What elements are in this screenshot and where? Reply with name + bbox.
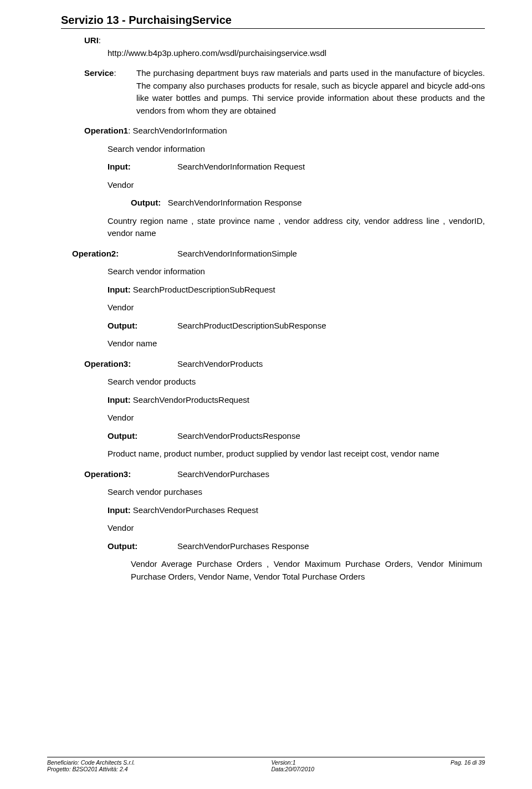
document-page: Servizio 13 - PurchaisingService URI: ht…	[0, 0, 532, 789]
op1-input-row: Input:SearchVendorInformation Request	[108, 161, 485, 173]
input-label: Input:	[108, 161, 177, 173]
footer-center: Version:1 Data:20/07/2010	[272, 759, 315, 772]
input-label: Input:	[108, 505, 131, 515]
op3-output: SearchVendorProductsResponse	[177, 431, 300, 440]
op2-desc: Search vendor information	[108, 265, 485, 278]
output-label: Output:	[131, 198, 161, 207]
op4-name: SearchVendorPurchases	[177, 469, 269, 479]
op4-row: Operation3:SearchVendorPurchases	[84, 468, 485, 481]
op1-input: SearchVendorInformation Request	[177, 162, 305, 171]
service-label: Service	[84, 68, 114, 78]
op1-input-desc: Vendor	[108, 179, 485, 192]
op2-output-row: Output:SearchProductDescriptionSubRespon…	[108, 320, 485, 332]
op3-label: Operation3:	[84, 358, 177, 371]
op4-output-row: Output:SearchVendorPurchases Response	[108, 540, 485, 553]
op3-output-desc: Product name, product number, product su…	[108, 449, 439, 458]
output-label: Output:	[108, 540, 177, 553]
op3-output-row: Output:SearchVendorProductsResponse	[108, 430, 485, 443]
page-footer: Beneficiario: Code Architects S.r.l. Pro…	[47, 757, 485, 772]
op3-output-desc-wrap: Product name, product number, product su…	[61, 448, 485, 460]
op4-output-desc: Vendor Average Purchase Orders , Vendor …	[131, 558, 485, 583]
op2-input-desc: Vendor	[108, 301, 485, 314]
colon: :	[114, 68, 116, 78]
op3-input-row: Input: SearchVendorProductsRequest	[108, 394, 485, 407]
output-label: Output:	[108, 320, 177, 332]
op1-desc: Search vendor information	[108, 143, 485, 156]
op4-output: SearchVendorPurchases Response	[177, 541, 309, 551]
colon: :	[99, 35, 101, 45]
op2-input-row: Input: SearchProductDescriptionSubReques…	[108, 284, 485, 296]
op4-desc: Search vendor purchases	[108, 486, 485, 499]
footer-left: Beneficiario: Code Architects S.r.l. Pro…	[47, 759, 135, 772]
op2-row: Operation2:SearchVendorInformationSimple	[72, 248, 485, 260]
op3-input: SearchVendorProductsRequest	[133, 395, 249, 404]
content-body: URI: http://www.b4p3p.uphero.com/wsdl/pu…	[61, 34, 485, 583]
input-label: Input:	[108, 395, 131, 404]
op1-row: Operation1: SearchVendorInformation	[84, 125, 485, 137]
op4-label: Operation3:	[84, 468, 177, 481]
output-label: Output:	[108, 430, 177, 443]
op4-input: SearchVendorPurchases Request	[133, 505, 258, 515]
op2-output: SearchProductDescriptionSubResponse	[177, 321, 326, 330]
op1-name: SearchVendorInformation	[133, 126, 227, 135]
op2-name: SearchVendorInformationSimple	[177, 249, 297, 258]
input-label: Input:	[108, 285, 131, 294]
uri-row: URI:	[84, 34, 485, 47]
service-row: Service: The purchasing department buys …	[84, 67, 485, 117]
op2-input: SearchProductDescriptionSubRequest	[133, 285, 275, 294]
uri-label: URI	[84, 35, 99, 45]
colon: :	[128, 126, 132, 135]
op1-output-desc: Country region name , state province nam…	[108, 215, 485, 240]
op2-output-desc: Vendor name	[108, 337, 485, 350]
footer-right: Pag. 16 di 39	[451, 759, 485, 772]
op3-row: Operation3:SearchVendorProducts	[84, 358, 485, 371]
op3-desc: Search vendor products	[108, 376, 485, 388]
uri-value: http://www.b4p3p.uphero.com/wsdl/purchai…	[108, 47, 485, 60]
op1-output-row: Output: SearchVendorInformation Response	[131, 197, 485, 209]
op4-input-desc: Vendor	[108, 522, 485, 535]
service-desc: The purchasing department buys raw mater…	[136, 67, 485, 117]
op1-output: SearchVendorInformation Response	[168, 198, 302, 207]
op3-input-desc: Vendor	[108, 412, 485, 424]
op4-input-row: Input: SearchVendorPurchases Request	[108, 504, 485, 517]
op2-label: Operation2:	[72, 248, 177, 260]
op1-label: Operation1	[84, 126, 128, 135]
service-label-wrap: Service:	[84, 67, 131, 117]
page-title: Servizio 13 - PurchaisingService	[61, 14, 485, 29]
op3-name: SearchVendorProducts	[177, 359, 263, 368]
